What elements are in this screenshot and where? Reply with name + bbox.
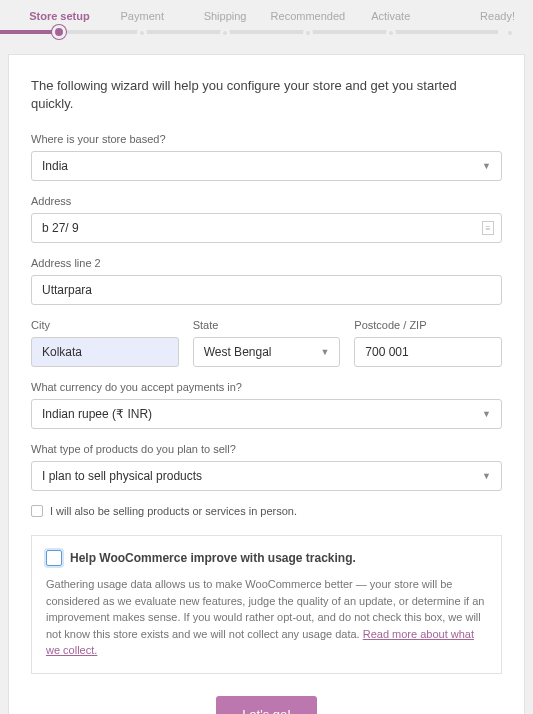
intro-text: The following wizard will help you confi… [31, 77, 502, 113]
step-dot-icon [137, 28, 147, 38]
tracking-text: Gathering usage data allows us to make W… [46, 576, 487, 659]
field-product-type: What type of products do you plan to sel… [31, 443, 502, 491]
step-store-setup[interactable]: Store setup [18, 10, 101, 40]
address-card-icon: ≡ [482, 221, 494, 235]
wizard-card: The following wizard will help you confi… [8, 54, 525, 714]
field-address: Address ≡ [31, 195, 502, 243]
state-select[interactable]: West Bengal ▼ [193, 337, 341, 367]
field-state: State West Bengal ▼ [193, 319, 341, 367]
product-type-select[interactable]: I plan to sell physical products ▼ [31, 461, 502, 491]
field-postcode: Postcode / ZIP [354, 319, 502, 367]
currency-label: What currency do you accept payments in? [31, 381, 502, 393]
step-label: Shipping [204, 10, 247, 22]
chevron-down-icon: ▼ [482, 161, 491, 171]
step-payment[interactable]: Payment [101, 10, 184, 40]
tracking-head[interactable]: Help WooCommerce improve with usage trac… [46, 550, 487, 566]
state-label: State [193, 319, 341, 331]
address2-label: Address line 2 [31, 257, 502, 269]
chevron-down-icon: ▼ [482, 471, 491, 481]
in-person-checkbox[interactable] [31, 505, 43, 517]
step-dot-icon [303, 28, 313, 38]
in-person-label: I will also be selling products or servi… [50, 505, 297, 517]
field-address2: Address line 2 [31, 257, 502, 305]
step-ready[interactable]: Ready! [432, 10, 515, 40]
address-label: Address [31, 195, 502, 207]
postcode-label: Postcode / ZIP [354, 319, 502, 331]
step-label: Activate [371, 10, 410, 22]
step-label: Ready! [480, 10, 515, 22]
step-dot-icon [220, 28, 230, 38]
chevron-down-icon: ▼ [320, 347, 329, 357]
step-shipping[interactable]: Shipping [184, 10, 267, 40]
step-label: Recommended [271, 10, 346, 22]
store-location-select[interactable]: India ▼ [31, 151, 502, 181]
currency-value: Indian rupee (₹ INR) [42, 407, 152, 421]
step-dot-icon [386, 28, 396, 38]
store-location-label: Where is your store based? [31, 133, 502, 145]
address-input[interactable] [31, 213, 502, 243]
step-recommended[interactable]: Recommended [266, 10, 349, 40]
tracking-box: Help WooCommerce improve with usage trac… [31, 535, 502, 674]
row-city-state-zip: City State West Bengal ▼ Postcode / ZIP [31, 319, 502, 367]
submit-row: Let's go! [31, 696, 502, 714]
address2-input[interactable] [31, 275, 502, 305]
city-label: City [31, 319, 179, 331]
product-type-value: I plan to sell physical products [42, 469, 202, 483]
chevron-down-icon: ▼ [482, 409, 491, 419]
lets-go-button[interactable]: Let's go! [216, 696, 317, 714]
wizard-stepper: Store setup Payment Shipping Recommended… [0, 0, 533, 40]
store-location-value: India [42, 159, 68, 173]
tracking-checkbox[interactable] [46, 550, 62, 566]
tracking-title: Help WooCommerce improve with usage trac… [70, 551, 356, 565]
step-dot-icon [505, 28, 515, 38]
field-store-location: Where is your store based? India ▼ [31, 133, 502, 181]
state-value: West Bengal [204, 345, 272, 359]
field-currency: What currency do you accept payments in?… [31, 381, 502, 429]
currency-select[interactable]: Indian rupee (₹ INR) ▼ [31, 399, 502, 429]
step-label: Payment [121, 10, 164, 22]
field-city: City [31, 319, 179, 367]
step-dot-icon [55, 28, 63, 36]
step-label: Store setup [29, 10, 90, 22]
city-input[interactable] [31, 337, 179, 367]
product-type-label: What type of products do you plan to sel… [31, 443, 502, 455]
postcode-input[interactable] [354, 337, 502, 367]
step-activate[interactable]: Activate [349, 10, 432, 40]
in-person-row[interactable]: I will also be selling products or servi… [31, 505, 502, 517]
